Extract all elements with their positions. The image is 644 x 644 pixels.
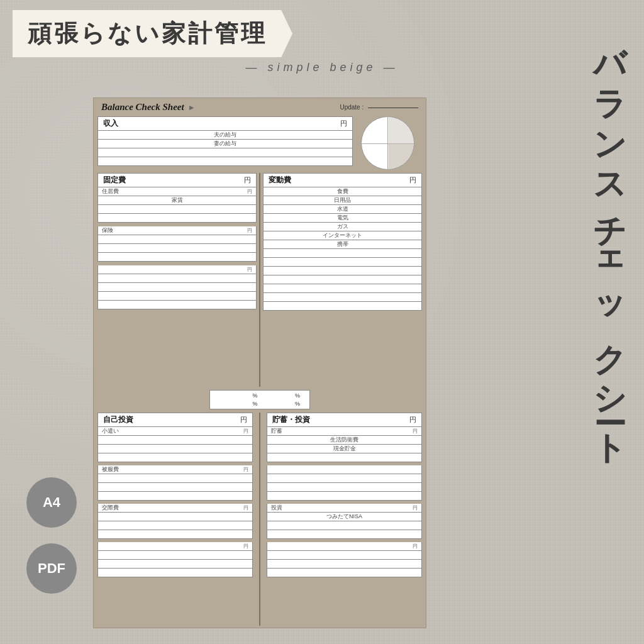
variable-title: 変動費 — [269, 175, 291, 186]
bottom-section: 自己投資 円 小遣い 円 被服費 円 — [97, 413, 422, 626]
income-section: 収入 円 夫の給与 妻の給与 — [97, 116, 422, 170]
income-unit: 円 — [340, 119, 347, 128]
variable-section: 変動費 円 食費 日用品 水道 電気 ガス インターネット 携帯 — [263, 173, 422, 387]
main-title: 頑張らない家計管理 — [28, 20, 267, 47]
update-label: Update : — [340, 104, 418, 111]
badge-pdf: PDF — [26, 543, 77, 594]
ratio-box: % % % % — [209, 390, 310, 409]
badge-a4: A4 — [26, 477, 77, 528]
self-invest-section: 自己投資 円 小遣い 円 被服費 円 — [97, 413, 253, 626]
ratio-section: % % % % — [97, 390, 422, 409]
fixed-section: 固定費 円 住居費 円 家賃 保険 円 — [97, 173, 257, 387]
subtitle: ― simple beige ― — [245, 61, 398, 74]
doc-header: Balance Check Sheet ► Update : — [94, 98, 426, 115]
income-title: 収入 — [103, 118, 118, 129]
document: Balance Check Sheet ► Update : 収入 円 夫の給与… — [93, 97, 426, 628]
income-row-1: 夫の給与 — [102, 131, 348, 139]
vertical-title: バランスチェックシート — [594, 25, 626, 453]
title-banner: 頑張らない家計管理 — [13, 10, 292, 57]
pie-chart — [361, 116, 414, 170]
self-invest-title: 自己投資 — [103, 414, 133, 425]
income-row-2: 妻の給与 — [102, 140, 348, 148]
fixed-variable-section: 固定費 円 住居費 円 家賃 保険 円 — [97, 173, 422, 387]
savings-title: 貯蓄・投資 — [272, 414, 310, 425]
fixed-title: 固定費 — [103, 175, 126, 186]
chart-area — [353, 116, 422, 170]
doc-title: Balance Check Sheet — [101, 102, 184, 113]
subtitle-area: ― simple beige ― — [171, 61, 473, 74]
savings-section: 貯蓄・投資 円 貯蓄 円 生活防衛費 現金貯金 投 — [267, 413, 422, 626]
